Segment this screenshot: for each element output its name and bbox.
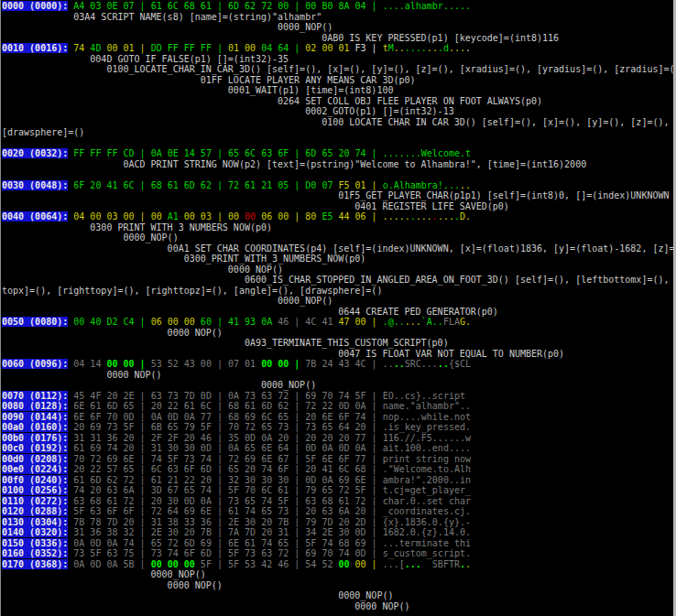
console-window: 0000 (0000): A4 03 0E 07 | 61 6C 68 61 |… <box>0 0 676 616</box>
annotation-line: 004D_GOTO_IF_FALSE(p1) []=(int32)-35 <box>2 54 676 65</box>
annotation-line: 0000_NOP() <box>2 370 676 381</box>
hex-row: 00e0 (0224): 20 22 57 65 | 6C 63 6F 6D |… <box>2 464 676 475</box>
address-label: 0120 (0288): <box>2 506 68 516</box>
hex-row: 0160 (0352): 73 5F 63 75 | 73 74 6F 6D |… <box>2 548 676 559</box>
hex-row: 0080 (0128): 6E 61 6D 65 | 20 22 61 6C |… <box>2 401 676 412</box>
hex-row: 0020 (0032): FF FF FF CD | 0A 0E 14 57 |… <box>2 148 676 159</box>
address-label: 0130 (0304): <box>2 517 68 527</box>
hex-row: 0000 (0000): A4 03 0E 07 | 61 6C 68 61 |… <box>2 1 676 12</box>
address-label: 0150 (0336): <box>2 538 68 548</box>
hex-row: 00d0 (0208): 70 72 69 6E | 74 5F 73 74 |… <box>2 454 676 465</box>
annotation-line: 01FF_LOCATE_PLAYER_ANY_MEANS_CAR_3D(p0) <box>2 75 676 86</box>
hex-row: 0110 (0272): 63 68 61 72 | 20 30 0D 0A |… <box>2 496 676 507</box>
hex-row: 0040 (0064): 04 00 03 00 | 00 A1 00 03 |… <box>2 211 676 222</box>
address-label: 0140 (0320): <box>2 527 68 537</box>
annotation-line: 0A93_TERMINATE_THIS_CUSTOM_SCRIPT(p0) <box>2 338 676 349</box>
blank-line <box>2 138 676 149</box>
annotation-line: 03A4_SCRIPT_NAME(s8) [name]=(string)"alh… <box>2 12 676 23</box>
hex-row: 0050 (0080): 00 40 D2 C4 | 06 00 00 60 |… <box>2 317 676 328</box>
annotation-line: 0000_NOP() <box>2 380 676 391</box>
annotation-line: 0300_PRINT_WITH_3_NUMBERS_NOW(p0) <box>2 254 676 265</box>
address-label: 0000 (0000): <box>2 1 68 11</box>
hex-row: 0130 (0304): 7B 78 7D 20 | 31 38 33 36 |… <box>2 517 676 528</box>
address-label: 00a0 (0160): <box>2 422 68 432</box>
address-label: 0090 (0144): <box>2 412 68 422</box>
address-label: 0030 (0048): <box>2 180 68 190</box>
annotation-line: [drawsphere]=() <box>2 127 676 138</box>
hex-row: 0090 (0144): 6E 6F 70 0D | 0A 0D 0A 77 |… <box>2 412 676 423</box>
address-label: 00c0 (0192): <box>2 443 68 453</box>
address-label: 0110 (0272): <box>2 496 68 506</box>
annotation-line: 0000_NOP() <box>2 328 676 339</box>
address-label: 0080 (0128): <box>2 401 68 411</box>
address-label: 00f0 (0240): <box>2 475 68 485</box>
annotation-line: 0300_PRINT_WITH_3_NUMBERS_NOW(p0) <box>2 222 676 233</box>
address-label: 0160 (0352): <box>2 548 68 558</box>
address-label: 0040 (0064): <box>2 211 68 222</box>
address-label: 0060 (0096): <box>2 359 68 369</box>
hex-row: 0030 (0048): 6F 20 41 6C | 68 61 6D 62 |… <box>2 180 676 191</box>
address-label: 0010 (0016): <box>2 43 68 53</box>
annotation-line: 0000_NOP() <box>2 569 676 580</box>
annotation-line: 0644_CREATE_PED_GENERATOR(p0) <box>2 307 676 318</box>
hex-row: 00a0 (0160): 20 69 73 5F | 6B 65 79 5F |… <box>2 422 676 433</box>
window-border-left <box>0 0 1 616</box>
address-label: 0100 (0256): <box>2 485 68 495</box>
hex-dump: 0000 (0000): A4 03 0E 07 | 61 6C 68 61 |… <box>2 1 676 611</box>
address-label: 00b0 (0176): <box>2 433 68 443</box>
annotation-line: 0100_LOCATE_CHAR_IN_CAR_3D() [self]=(), … <box>2 64 676 75</box>
hex-row: 0100 (0256): 74 20 63 6A | 3D 67 65 74 |… <box>2 485 676 496</box>
annotation-line: 0AB0_IS_KEY_PRESSED(p1) [keycode]=(int8)… <box>2 33 676 44</box>
hex-row: 00c0 (0192): 61 69 74 20 | 31 30 30 0D |… <box>2 443 676 454</box>
hex-row: 0120 (0288): 5F 63 6F 6F | 72 64 69 6E |… <box>2 506 676 517</box>
annotation-line: 00A1_SET_CHAR_COORDINATES(p4) [self]=(in… <box>2 243 676 254</box>
address-label: 0070 (0112): <box>2 391 68 401</box>
address-label: 00d0 (0208): <box>2 454 68 464</box>
hex-row: 0140 (0320): 31 36 38 32 | 2E 30 20 7B |… <box>2 527 676 538</box>
annotation-line: topx]=(), [righttopy]=(), [righttopz]=()… <box>2 286 676 297</box>
annotation-line: 0264_SET_COLL_OBJ_FLEE_PLAYER_ON_FOOT_AL… <box>2 96 676 107</box>
annotation-line: 0000_NOP() <box>2 601 676 612</box>
hex-row: 00b0 (0176): 31 31 36 20 | 2F 2F 20 46 |… <box>2 433 676 444</box>
annotation-line: 0ACD_PRINT_STRING_NOW(p2) [text]=(pstrin… <box>2 159 676 170</box>
annotation-line: 01F5_GET_PLAYER_CHAR(p1p1) [self]=(int8)… <box>2 190 676 201</box>
annotation-line: 0401_REGISTER_LIFE_SAVED(p0) <box>2 201 676 212</box>
annotation-line: 0000_NOP() <box>2 590 676 601</box>
hex-row: 0150 (0336): 0A 0D 0A 74 | 65 72 6D 69 |… <box>2 538 676 549</box>
annotation-line: 0002_GOTO(p1) []=(int32)-13 <box>2 106 676 117</box>
annotation-line: 0001_WAIT(p1) [time]=(int8)100 <box>2 85 676 96</box>
annotation-line: 0000_NOP() <box>2 580 676 591</box>
address-label: 00e0 (0224): <box>2 464 68 474</box>
hex-row: 0060 (0096): 04 14 00 00 | 53 52 43 00 |… <box>2 359 676 370</box>
annotation-line: 0000_NOP() <box>2 296 676 307</box>
annotation-line: 0000_NOP() <box>2 265 676 276</box>
hex-row: 00f0 (0240): 61 6D 62 72 | 61 21 22 20 |… <box>2 475 676 486</box>
hex-row: 0070 (0112): 45 4F 20 2E | 63 73 7D 0D |… <box>2 391 676 402</box>
annotation-line: 0047_IS_FLOAT_VAR_NOT_EQUAL_TO_NUMBER(p0… <box>2 349 676 360</box>
annotation-line: 0000_NOP() <box>2 232 676 243</box>
address-label: 0050 (0080): <box>2 317 68 327</box>
address-label: 0170 (0368): <box>2 559 68 569</box>
annotation-line: 0100_LOCATE_CHAR_IN_CAR_3D() [self]=(), … <box>2 117 676 128</box>
annotation-line: 0600_IS_CHAR_STOPPED_IN_ANGLED_AREA_ON_F… <box>2 275 676 286</box>
hex-row: 0010 (0016): 74 4D 00 01 | DD FF FF FF |… <box>2 43 676 54</box>
address-label: 0020 (0032): <box>2 148 68 158</box>
annotation-line: 0000_NOP() <box>2 22 676 33</box>
blank-line <box>2 169 676 180</box>
hex-row: 0170 (0368): 0A 0D 0A 5B | 00 00 00 5F |… <box>2 559 676 570</box>
